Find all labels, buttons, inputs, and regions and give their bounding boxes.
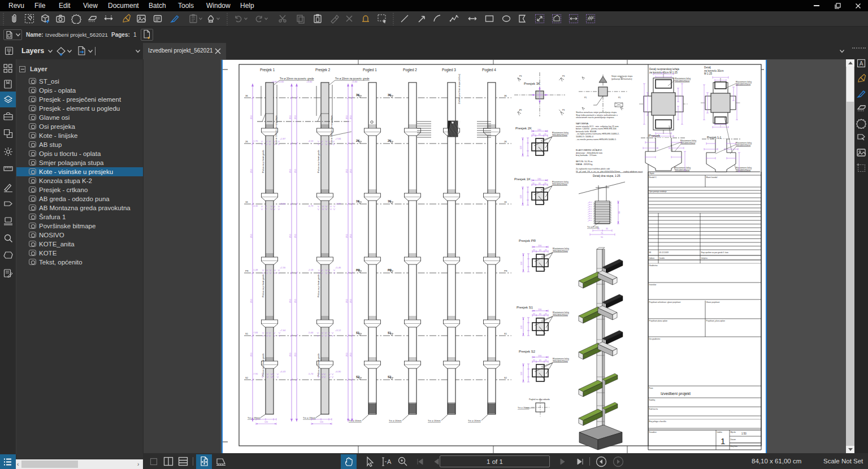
svg-text:-1,48: -1,48 — [253, 268, 258, 271]
svg-text:250: 250 — [294, 169, 297, 173]
svg-text:35: 35 — [544, 133, 546, 136]
svg-text:40: 40 — [661, 72, 663, 74]
svg-text:Projektant_plana oplate: Projektant_plana oplate — [706, 320, 726, 322]
svg-text:35: 35 — [533, 249, 535, 251]
svg-text:Izradio: Izradio — [659, 257, 665, 259]
svg-text:NAPOMENA:: NAPOMENA: — [576, 123, 589, 125]
svg-text:-2,18: -2,18 — [308, 268, 314, 271]
svg-text:BETON: 10,76 m³: BETON: 10,76 m³ — [576, 160, 593, 163]
svg-text:-5,64: -5,64 — [308, 331, 314, 334]
svg-text:120: 120 — [320, 421, 323, 423]
svg-text:PR: PR — [504, 270, 507, 272]
svg-text:05.12.20XX: 05.12.20XX — [659, 251, 670, 254]
svg-text:P3: P3 — [562, 109, 565, 111]
svg-text:10080-3 i 10080-4: 10080-3 i 10080-4 — [576, 136, 593, 138]
svg-text:Izdano: Izdano — [649, 257, 655, 259]
svg-text:+8,60: +8,60 — [280, 202, 286, 205]
svg-text:S2: S2 — [504, 376, 507, 379]
svg-text:Smjer orijentacije stupa: Smjer orijentacije stupa — [611, 75, 632, 77]
svg-text:Projektant arhitekture i glavn: Projektant arhitekture i glavni projekta… — [649, 301, 681, 303]
svg-text:-1,70: -1,70 — [253, 140, 258, 142]
svg-text:91_pf_oxd_O6_ri_xx_ca_pbcu500x: 91_pf_oxd_O6_ri_xx_ca_pbcu500x500x10mm_ … — [576, 171, 643, 173]
svg-text:Glavni projektant: Glavni projektant — [706, 301, 720, 303]
svg-text:Projektant plana oplate: Projektant plana oplate — [649, 320, 668, 322]
svg-text:Presjek 1: Presjek 1 — [260, 68, 275, 72]
svg-text:+2,87: +2,87 — [280, 137, 286, 140]
svg-text:120: 120 — [264, 421, 268, 423]
svg-text:250: 250 — [345, 353, 348, 357]
svg-text:200x400x10mm: 200x400x10mm — [736, 84, 750, 86]
svg-text:MI: MI — [649, 251, 652, 254]
svg-text:Pogled na stup odozdo: Pogled na stup odozdo — [529, 398, 550, 401]
svg-text:200x400x10mm: 200x400x10mm — [736, 145, 750, 147]
svg-text:Opis postoje uređenje: Opis postoje uređenje — [649, 190, 667, 193]
svg-text:Izmjena: Izmjena — [701, 257, 708, 259]
svg-text:Rendel C: Rendel C — [649, 176, 657, 179]
svg-text:250: 250 — [345, 169, 348, 173]
svg-text:Presjek: Presjek — [649, 134, 661, 137]
svg-text:250: 250 — [349, 299, 352, 303]
svg-text:3K: 3K — [245, 94, 248, 97]
svg-text:+5,46: +5,46 — [335, 266, 341, 269]
svg-text:35: 35 — [606, 228, 608, 230]
svg-text:beton: C40/50 - prema normi HR: beton: C40/50 - prema normi HRN EN 206 — [576, 128, 617, 130]
svg-text:Zaštita površine stupa (slično: Zaštita površine stupa (slično) — [458, 73, 461, 104]
svg-text:-6,79: -6,79 — [308, 205, 314, 207]
svg-text:S1: S1 — [504, 332, 507, 335]
svg-text:200x400x10mm: 200x400x10mm — [553, 361, 568, 363]
svg-text:Maret Izvođač: Maret Izvođač — [706, 176, 718, 179]
svg-text:Dio građevine: Dio građevine — [649, 338, 661, 340]
svg-text:+7,84: +7,84 — [335, 137, 341, 140]
svg-text:za konzolu 30cm: za konzolu 30cm — [704, 70, 724, 72]
svg-text:P3: P3 — [519, 75, 522, 77]
svg-text:Cijev ø 100mm za spoj stupa: Cijev ø 100mm za spoj stupa — [330, 115, 333, 145]
svg-text:130: 130 — [520, 262, 523, 265]
svg-text:Strelica označava smjer postav: Strelica označava smjer postavljanja stu… — [576, 111, 617, 114]
svg-text:Trn ø 20mm: Trn ø 20mm — [389, 419, 402, 422]
svg-text:130: 130 — [538, 245, 541, 247]
svg-text:Izvedbeni projekt: Izvedbeni projekt — [661, 392, 691, 396]
svg-text:200x400x10mm: 200x400x10mm — [552, 134, 567, 137]
svg-text:Elastomerni ležaj: Elastomerni ležaj — [680, 140, 696, 142]
svg-text:-7,83: -7,83 — [253, 331, 258, 334]
svg-text:250: 250 — [289, 234, 292, 238]
svg-text:Trn ø 20mm: Trn ø 20mm — [468, 419, 481, 422]
svg-text:90: 90 — [601, 236, 603, 238]
svg-text:250: 250 — [345, 115, 348, 119]
svg-text:3K: 3K — [388, 93, 392, 97]
svg-text:broj komada : 19 kom.: broj komada : 19 kom. — [576, 154, 597, 157]
svg-text:65: 65 — [539, 249, 541, 251]
svg-text:Za isplanirki nacrt težišne pl: Za isplanirki nacrt težišne ploče vidi: — [576, 168, 610, 170]
svg-text:2K: 2K — [245, 140, 248, 143]
svg-text:Pogled 4: Pogled 4 — [482, 68, 496, 72]
svg-text:+4,60: +4,60 — [278, 80, 284, 83]
svg-text:250: 250 — [294, 115, 297, 119]
svg-text:250: 250 — [294, 234, 297, 238]
svg-text:65: 65 — [539, 183, 541, 185]
svg-text:Presjek PR: Presjek PR — [519, 239, 536, 242]
svg-text:PR: PR — [356, 268, 360, 272]
svg-text:Trn ø 19mm: Trn ø 19mm — [248, 416, 261, 419]
svg-text:250: 250 — [289, 169, 292, 173]
svg-text:Polica za prihvat grede: Polica za prihvat grede — [317, 150, 320, 173]
svg-text:35: 35 — [533, 359, 535, 362]
svg-text:Pogled 2: Pogled 2 — [403, 68, 417, 72]
svg-text:65: 65 — [539, 313, 541, 315]
svg-text:35: 35 — [532, 183, 535, 185]
svg-text:Građevina:: Građevina: — [649, 264, 658, 267]
svg-text:Presjek S1: Presjek S1 — [517, 306, 533, 309]
svg-text:-7,90: -7,90 — [253, 372, 258, 375]
svg-text:Elastomerni ležaj: Elastomerni ležaj — [736, 81, 752, 83]
svg-text:Stup spušten za pos greda 5. k: Stup spušten za pos greda 5. kata — [701, 251, 729, 254]
svg-text:200x400x10mm: 200x400x10mm — [736, 170, 750, 172]
svg-text:Elastomerni ležaj: Elastomerni ležaj — [552, 132, 568, 134]
svg-text:1K: 1K — [245, 201, 248, 203]
svg-text:130: 130 — [520, 325, 523, 329]
svg-text:250: 250 — [349, 115, 352, 119]
svg-text:130: 130 — [520, 195, 522, 198]
svg-text:nazivi otvorila XC1 - min. usl: nazivi otvorila XC1 - min. uslijetna koj… — [576, 125, 619, 128]
svg-text:Suradnici: Suradnici — [649, 431, 657, 433]
svg-text:35: 35 — [545, 359, 547, 362]
svg-text:1K: 1K — [504, 201, 507, 203]
svg-text:Polica za prihvat grede: Polica za prihvat grede — [317, 274, 320, 297]
